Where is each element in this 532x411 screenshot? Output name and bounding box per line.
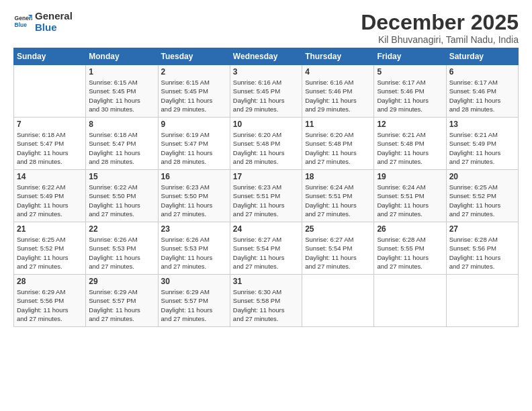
day-info: Sunrise: 6:29 AMSunset: 5:57 PMDaylight:… [161,287,227,323]
calendar-cell: 10Sunrise: 6:20 AMSunset: 5:48 PMDayligh… [230,118,302,170]
calendar-cell: 21Sunrise: 6:25 AMSunset: 5:52 PMDayligh… [14,222,86,275]
calendar-cell: 27Sunrise: 6:28 AMSunset: 5:56 PMDayligh… [446,222,518,275]
day-info: Sunrise: 6:17 AMSunset: 5:46 PMDaylight:… [449,78,515,113]
logo-line2: Blue [35,22,73,34]
day-number: 25 [305,224,371,234]
month-title: December 2025 [361,11,519,34]
day-info: Sunrise: 6:27 AMSunset: 5:54 PMDaylight:… [233,235,299,271]
day-info: Sunrise: 6:21 AMSunset: 5:49 PMDaylight:… [449,130,515,166]
calendar-week-1: 1Sunrise: 6:15 AMSunset: 5:45 PMDaylight… [14,65,519,118]
logo: General Blue General Blue [13,11,73,33]
calendar-cell: 16Sunrise: 6:23 AMSunset: 5:50 PMDayligh… [158,170,230,222]
day-number: 30 [161,277,227,286]
header-row: General Blue General Blue December 2025 … [13,11,519,45]
day-info: Sunrise: 6:25 AMSunset: 5:52 PMDaylight:… [17,235,83,271]
header-saturday: Saturday [446,48,518,65]
day-number: 3 [233,67,299,77]
day-number: 7 [17,120,83,129]
day-info: Sunrise: 6:30 AMSunset: 5:58 PMDaylight:… [233,287,299,323]
day-info: Sunrise: 6:28 AMSunset: 5:56 PMDaylight:… [449,235,515,271]
header-wednesday: Wednesday [230,48,302,65]
day-number: 14 [17,172,83,181]
calendar-cell: 30Sunrise: 6:29 AMSunset: 5:57 PMDayligh… [158,275,230,327]
calendar-cell: 22Sunrise: 6:26 AMSunset: 5:53 PMDayligh… [86,222,158,275]
day-info: Sunrise: 6:26 AMSunset: 5:53 PMDaylight:… [161,235,227,271]
day-number: 13 [449,120,515,129]
day-info: Sunrise: 6:18 AMSunset: 5:47 PMDaylight:… [17,130,83,166]
day-number: 28 [17,277,83,286]
calendar-cell: 25Sunrise: 6:27 AMSunset: 5:54 PMDayligh… [302,222,374,275]
calendar-week-4: 21Sunrise: 6:25 AMSunset: 5:52 PMDayligh… [14,222,519,275]
location-subtitle: Kil Bhuvanagiri, Tamil Nadu, India [361,34,519,45]
header-sunday: Sunday [14,48,86,65]
day-number: 15 [89,172,154,181]
calendar-cell [302,275,374,327]
calendar-cell: 4Sunrise: 6:16 AMSunset: 5:46 PMDaylight… [302,65,374,118]
calendar-cell: 9Sunrise: 6:19 AMSunset: 5:47 PMDaylight… [158,118,230,170]
day-number: 20 [449,172,515,181]
calendar-cell: 31Sunrise: 6:30 AMSunset: 5:58 PMDayligh… [230,275,302,327]
calendar-cell: 12Sunrise: 6:21 AMSunset: 5:48 PMDayligh… [374,118,446,170]
page-container: General Blue General Blue December 2025 … [0,0,532,334]
logo-line1: General [35,11,73,22]
day-info: Sunrise: 6:24 AMSunset: 5:51 PMDaylight:… [377,183,443,218]
day-info: Sunrise: 6:19 AMSunset: 5:47 PMDaylight:… [161,130,227,166]
calendar-table: Sunday Monday Tuesday Wednesday Thursday… [13,48,519,327]
day-number: 1 [89,67,154,77]
day-info: Sunrise: 6:29 AMSunset: 5:56 PMDaylight:… [17,287,83,323]
header-monday: Monday [86,48,158,65]
day-number: 29 [89,277,154,286]
day-info: Sunrise: 6:17 AMSunset: 5:46 PMDaylight:… [377,78,443,113]
day-info: Sunrise: 6:26 AMSunset: 5:53 PMDaylight:… [89,235,154,271]
day-number: 16 [161,172,227,181]
calendar-cell: 11Sunrise: 6:20 AMSunset: 5:48 PMDayligh… [302,118,374,170]
calendar-cell: 28Sunrise: 6:29 AMSunset: 5:56 PMDayligh… [14,275,86,327]
day-number: 23 [161,224,227,234]
day-number: 4 [305,67,371,77]
day-number: 24 [233,224,299,234]
calendar-week-3: 14Sunrise: 6:22 AMSunset: 5:49 PMDayligh… [14,170,519,222]
day-info: Sunrise: 6:21 AMSunset: 5:48 PMDaylight:… [377,130,443,166]
day-number: 22 [89,224,154,234]
day-number: 18 [305,172,371,181]
calendar-cell: 7Sunrise: 6:18 AMSunset: 5:47 PMDaylight… [14,118,86,170]
calendar-cell: 14Sunrise: 6:22 AMSunset: 5:49 PMDayligh… [14,170,86,222]
day-info: Sunrise: 6:15 AMSunset: 5:45 PMDaylight:… [161,78,227,113]
calendar-cell [446,275,518,327]
calendar-cell: 24Sunrise: 6:27 AMSunset: 5:54 PMDayligh… [230,222,302,275]
day-info: Sunrise: 6:15 AMSunset: 5:45 PMDaylight:… [89,78,154,113]
calendar-cell: 23Sunrise: 6:26 AMSunset: 5:53 PMDayligh… [158,222,230,275]
calendar-cell: 18Sunrise: 6:24 AMSunset: 5:51 PMDayligh… [302,170,374,222]
day-number: 19 [377,172,443,181]
day-number: 8 [89,120,154,129]
day-info: Sunrise: 6:22 AMSunset: 5:50 PMDaylight:… [89,183,154,218]
calendar-cell: 20Sunrise: 6:25 AMSunset: 5:52 PMDayligh… [446,170,518,222]
calendar-cell [374,275,446,327]
calendar-cell: 17Sunrise: 6:23 AMSunset: 5:51 PMDayligh… [230,170,302,222]
day-info: Sunrise: 6:16 AMSunset: 5:45 PMDaylight:… [233,78,299,113]
day-info: Sunrise: 6:18 AMSunset: 5:47 PMDaylight:… [89,130,154,166]
calendar-cell: 1Sunrise: 6:15 AMSunset: 5:45 PMDaylight… [86,65,158,118]
day-info: Sunrise: 6:28 AMSunset: 5:55 PMDaylight:… [377,235,443,271]
calendar-cell [14,65,86,118]
day-info: Sunrise: 6:16 AMSunset: 5:46 PMDaylight:… [305,78,371,113]
calendar-week-5: 28Sunrise: 6:29 AMSunset: 5:56 PMDayligh… [14,275,519,327]
day-number: 12 [377,120,443,129]
calendar-cell: 2Sunrise: 6:15 AMSunset: 5:45 PMDaylight… [158,65,230,118]
day-number: 27 [449,224,515,234]
day-number: 9 [161,120,227,129]
day-info: Sunrise: 6:27 AMSunset: 5:54 PMDaylight:… [305,235,371,271]
day-info: Sunrise: 6:22 AMSunset: 5:49 PMDaylight:… [17,183,83,218]
calendar-cell: 26Sunrise: 6:28 AMSunset: 5:55 PMDayligh… [374,222,446,275]
day-info: Sunrise: 6:23 AMSunset: 5:50 PMDaylight:… [161,183,227,218]
calendar-cell: 5Sunrise: 6:17 AMSunset: 5:46 PMDaylight… [374,65,446,118]
day-number: 26 [377,224,443,234]
calendar-cell: 29Sunrise: 6:29 AMSunset: 5:57 PMDayligh… [86,275,158,327]
day-number: 5 [377,67,443,77]
calendar-cell: 3Sunrise: 6:16 AMSunset: 5:45 PMDaylight… [230,65,302,118]
day-info: Sunrise: 6:24 AMSunset: 5:51 PMDaylight:… [305,183,371,218]
header-tuesday: Tuesday [158,48,230,65]
title-block: December 2025 Kil Bhuvanagiri, Tamil Nad… [361,11,519,45]
svg-text:Blue: Blue [15,21,28,28]
day-number: 11 [305,120,371,129]
